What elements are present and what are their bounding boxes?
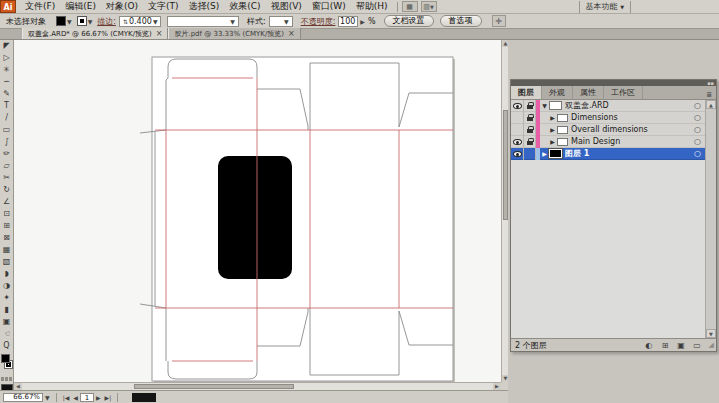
document-tab-inactive[interactable]: 胶片.pdf @ 33.33% (CMYK/预览) × [168,28,300,39]
direct-selection-tool[interactable]: ▷ [0,52,13,64]
arrange-documents-icon[interactable]: ▦ [402,1,418,12]
clipping-mask-icon[interactable]: ◐ [643,340,656,351]
column-graph-tool[interactable]: ▮ [0,304,13,316]
target-circle[interactable]: ○ [694,101,701,110]
scroll-right-icon[interactable]: ▶ [493,383,501,390]
vertical-scrollbar[interactable]: ▲ ▼ [501,40,508,382]
lock-toggle[interactable] [524,112,536,124]
menu-view[interactable]: 视图(V) [266,0,307,13]
disclosure-triangle[interactable]: ▶ [548,114,557,121]
rectangle-tool[interactable]: ▭ [0,124,13,136]
fill-color-swatch[interactable] [56,16,66,26]
color-mode-icon[interactable] [1,377,4,381]
menu-edit[interactable]: 编辑(E) [60,0,101,13]
scale-tool[interactable]: ∠ [0,196,13,208]
menu-effect[interactable]: 效果(C) [224,0,265,13]
close-icon[interactable]: × [288,30,295,38]
layer-row-layer1[interactable]: ▶ 图层 1 ○ [511,148,705,160]
pencil-tool[interactable]: ✏ [0,148,13,160]
layer-name[interactable]: 图层 1 [565,148,694,159]
gradient-mode-icon[interactable] [5,377,8,381]
artboard-tool[interactable]: ▣ [0,316,13,328]
lock-toggle[interactable] [524,100,536,112]
blend-tool[interactable]: ◑ [0,280,13,292]
layer-name[interactable]: Dimensions [571,113,694,122]
target-circle[interactable]: ○ [694,125,701,134]
scroll-up-icon[interactable]: ▲ [706,100,716,109]
mesh-tool[interactable]: ▦ [0,244,13,256]
target-circle[interactable]: ○ [694,113,701,122]
tab-layers[interactable]: 图层 [511,86,542,99]
lock-toggle[interactable] [524,124,536,136]
horizontal-scrollbar[interactable]: ◀ ▶ [14,382,501,390]
stroke-dropdown-icon[interactable]: ▼ [88,18,93,25]
hand-tool[interactable]: ☜ [0,328,13,340]
preferences-button[interactable]: 首选项 [440,15,482,27]
selection-tool[interactable]: ◤ [0,40,13,52]
zoom-level-field[interactable]: 66.67% [3,393,43,402]
menu-help[interactable]: 帮助(H) [351,0,393,13]
disclosure-triangle[interactable]: ▶ [548,138,557,145]
zoom-tool[interactable]: Q [0,340,13,352]
visibility-toggle[interactable] [511,148,524,160]
resize-grip-icon[interactable]: ◢ [709,341,714,349]
menu-select[interactable]: 选择(S) [184,0,225,13]
visibility-toggle[interactable] [511,124,524,136]
opacity-stepper-icon[interactable]: ▶ [359,18,366,25]
magic-wand-tool[interactable]: ✳ [0,64,13,76]
fill-swatch[interactable] [1,354,10,363]
disclosure-triangle[interactable]: ▶ [540,150,549,157]
lock-toggle[interactable] [524,148,536,160]
new-sublayer-icon[interactable]: ⊞ [659,340,672,351]
first-artboard-icon[interactable]: |◀ [61,394,72,401]
lock-toggle[interactable] [524,136,536,148]
stroke-weight-dropdown-icon[interactable]: ▼ [152,18,159,25]
layer-name[interactable]: Overall dimensions [571,125,694,134]
stroke-weight-value[interactable]: 0.400 [129,17,152,26]
opacity-field[interactable]: 100 [338,16,358,27]
document-layout-icon[interactable]: ▥▼ [421,1,437,12]
eraser-tool[interactable]: ▱ [0,160,13,172]
artboard-number-field[interactable]: 1 [80,393,94,402]
last-artboard-icon[interactable]: ▶| [103,394,114,401]
tab-appearance[interactable]: 外观 [542,86,573,99]
layer-row-overall-dimensions[interactable]: ▶ Overall dimensions ○ [511,124,705,136]
horizontal-scroll-thumb[interactable] [134,384,294,389]
brush-definition-dropdown[interactable]: ▼ [167,16,239,27]
stroke-weight-field[interactable]: ⇅ 0.400 ▼ [119,16,161,27]
scroll-down-icon[interactable]: ▼ [706,329,716,338]
visibility-toggle[interactable] [511,112,524,124]
none-mode-icon[interactable] [9,377,12,381]
lasso-tool[interactable]: ∽ [0,76,13,88]
perspective-grid-tool[interactable]: ⊠ [0,232,13,244]
document-setup-button[interactable]: 文档设置 [384,15,434,27]
panel-scrollbar[interactable]: ▲ ▼ [705,100,716,338]
type-tool[interactable]: T [0,100,13,112]
artwork-canvas[interactable] [14,40,501,382]
window-cutout-shape[interactable] [218,156,292,279]
close-icon[interactable]: × [156,30,163,38]
delete-layer-icon[interactable]: ▭ [691,340,704,351]
style-dropdown[interactable]: ▼ [269,16,293,27]
shape-builder-tool[interactable]: ⊞ [0,220,13,232]
rotate-tool[interactable]: ↻ [0,184,13,196]
menu-file[interactable]: 文件(F) [20,0,60,13]
disclosure-triangle[interactable]: ▶ [548,126,557,133]
fill-dropdown-icon[interactable]: ▼ [67,18,72,25]
layer-name[interactable]: Main Design [571,137,694,146]
layer-row-main-design[interactable]: ▶ Main Design ○ [511,136,705,148]
free-transform-tool[interactable]: ⊡ [0,208,13,220]
menu-type[interactable]: 文字(T) [143,0,184,13]
pen-tool[interactable]: ✎ [0,88,13,100]
workspace-switcher[interactable]: 基本功能 ▼ [579,1,631,13]
menu-window[interactable]: 窗口(W) [307,0,351,13]
panel-menu-icon[interactable]: ≣ [702,91,716,99]
artboard[interactable] [152,57,453,381]
menu-object[interactable]: 对象(O) [101,0,143,13]
line-segment-tool[interactable]: / [0,112,13,124]
symbol-sprayer-tool[interactable]: ✦ [0,292,13,304]
target-circle[interactable]: ○ [694,137,701,146]
tab-properties[interactable]: 属性 [573,86,604,99]
next-artboard-icon[interactable]: ▶ [94,394,103,401]
gradient-tool[interactable]: ▧ [0,256,13,268]
